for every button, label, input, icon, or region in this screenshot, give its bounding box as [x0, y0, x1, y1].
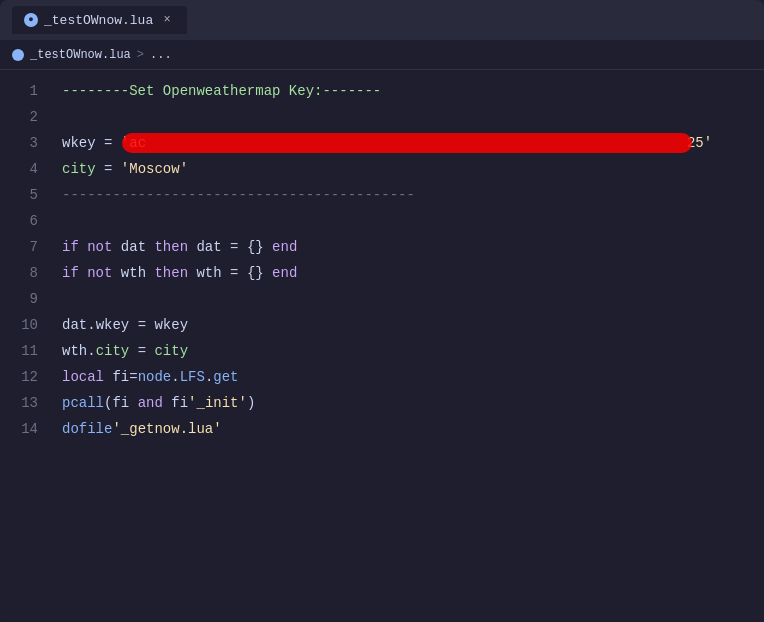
line11-eq: = — [129, 343, 154, 359]
line10-wkey: wkey — [96, 317, 130, 333]
line14-dofile: dofile — [62, 421, 112, 437]
file-tab[interactable]: ● _testOWnow.lua × — [12, 6, 187, 34]
line3-string-start: 'ac — [121, 135, 146, 151]
line1-set-text: Set Openweathermap Key: — [129, 83, 322, 99]
code-line-8: if not wth then wth = {} end — [62, 260, 752, 286]
line5-dashes: ----------------------------------------… — [62, 187, 415, 203]
line-num-4: 4 — [16, 156, 38, 182]
code-line-2 — [62, 104, 752, 130]
breadcrumb-icon — [12, 49, 24, 61]
line4-equals: = — [96, 161, 121, 177]
line7-sp2: dat — [112, 239, 154, 255]
line13-sp2: fi — [163, 395, 188, 411]
code-line-7: if not dat then dat = {} end — [62, 234, 752, 260]
editor-window: ● _testOWnow.lua × _testOWnow.lua > ... … — [0, 0, 764, 622]
breadcrumb-separator: > — [137, 48, 144, 62]
line13-paren-close: ) — [247, 395, 255, 411]
line8-end: end — [272, 265, 297, 281]
code-line-10: dat . wkey = wkey — [62, 312, 752, 338]
breadcrumb-filename: _testOWnow.lua — [30, 48, 131, 62]
line13-fi: fi — [112, 395, 129, 411]
line13-and: and — [138, 395, 163, 411]
code-line-9 — [62, 286, 752, 312]
line3-equals: = — [96, 135, 121, 151]
line3-string-hidden: ········································… — [146, 135, 687, 151]
line8-not: not — [87, 265, 112, 281]
breadcrumb-rest: ... — [150, 48, 172, 62]
code-line-1: -------- Set Openweathermap Key: ------- — [62, 78, 752, 104]
line-num-12: 12 — [16, 364, 38, 390]
code-line-3: wkey = 'ac ·····························… — [62, 130, 752, 156]
line10-wkey-val: wkey — [154, 317, 188, 333]
line13-sp1 — [129, 395, 137, 411]
line12-dot2: . — [205, 369, 213, 385]
line-num-3: 3 — [16, 130, 38, 156]
tab-close-button[interactable]: × — [159, 12, 175, 28]
line4-city-var: city — [62, 161, 96, 177]
file-tab-label: _testOWnow.lua — [44, 13, 153, 28]
code-line-13: pcall ( fi and fi '_init' ) — [62, 390, 752, 416]
line1-dashes-right: ------- — [322, 83, 381, 99]
line11-city-val: city — [154, 343, 188, 359]
file-tab-icon: ● — [24, 13, 38, 27]
code-line-11: wth . city = city — [62, 338, 752, 364]
line-num-7: 7 — [16, 234, 38, 260]
line10-eq: = — [129, 317, 154, 333]
line4-city-value: 'Moscow' — [121, 161, 188, 177]
line8-then: then — [154, 265, 188, 281]
code-content[interactable]: -------- Set Openweathermap Key: -------… — [50, 78, 764, 614]
line3-wkey-var: wkey — [62, 135, 96, 151]
code-line-4: city = 'Moscow' — [62, 156, 752, 182]
line-num-1: 1 — [16, 78, 38, 104]
line-num-9: 9 — [16, 286, 38, 312]
line8-sp1 — [79, 265, 87, 281]
line11-city-prop: city — [96, 343, 130, 359]
line8-sp4 — [264, 265, 272, 281]
line7-brace: {} — [247, 239, 264, 255]
line8-sp3: wth = — [188, 265, 247, 281]
line12-sp1: fi — [104, 369, 129, 385]
line7-not: not — [87, 239, 112, 255]
line-num-10: 10 — [16, 312, 38, 338]
code-line-5: ----------------------------------------… — [62, 182, 752, 208]
line-num-13: 13 — [16, 390, 38, 416]
code-editor[interactable]: 1 2 3 4 5 6 7 8 9 10 11 12 13 14 -------… — [0, 70, 764, 622]
line11-dot: . — [87, 343, 95, 359]
line-num-2: 2 — [16, 104, 38, 130]
line7-sp1 — [79, 239, 87, 255]
line8-sp2: wth — [112, 265, 154, 281]
line14-dofile-str: '_getnow.lua' — [112, 421, 221, 437]
code-line-6 — [62, 208, 752, 234]
line10-dot1: . — [87, 317, 95, 333]
code-line-12: local fi = node . LFS . get — [62, 364, 752, 390]
line-num-5: 5 — [16, 182, 38, 208]
line-numbers: 1 2 3 4 5 6 7 8 9 10 11 12 13 14 — [0, 78, 50, 614]
line10-dat: dat — [62, 317, 87, 333]
line8-if: if — [62, 265, 79, 281]
line12-lfs: LFS — [180, 369, 205, 385]
line7-sp4 — [264, 239, 272, 255]
code-line-14: dofile '_getnow.lua' — [62, 416, 752, 442]
line12-dot1: . — [171, 369, 179, 385]
line12-local: local — [62, 369, 104, 385]
line-num-11: 11 — [16, 338, 38, 364]
line13-paren-open: ( — [104, 395, 112, 411]
line7-if: if — [62, 239, 79, 255]
line13-init-str: '_init' — [188, 395, 247, 411]
line12-get: get — [213, 369, 238, 385]
line-num-14: 14 — [16, 416, 38, 442]
line7-then: then — [154, 239, 188, 255]
line11-wth: wth — [62, 343, 87, 359]
line3-string-end: 25' — [687, 135, 712, 151]
breadcrumb-bar: _testOWnow.lua > ... — [0, 40, 764, 70]
line12-eq: = — [129, 369, 137, 385]
line7-sp3: dat = — [188, 239, 247, 255]
line1-dashes-left: -------- — [62, 83, 129, 99]
line-num-8: 8 — [16, 260, 38, 286]
line7-end: end — [272, 239, 297, 255]
title-bar: ● _testOWnow.lua × — [0, 0, 764, 40]
line8-brace: {} — [247, 265, 264, 281]
line12-node: node — [138, 369, 172, 385]
line13-pcall: pcall — [62, 395, 104, 411]
line-num-6: 6 — [16, 208, 38, 234]
